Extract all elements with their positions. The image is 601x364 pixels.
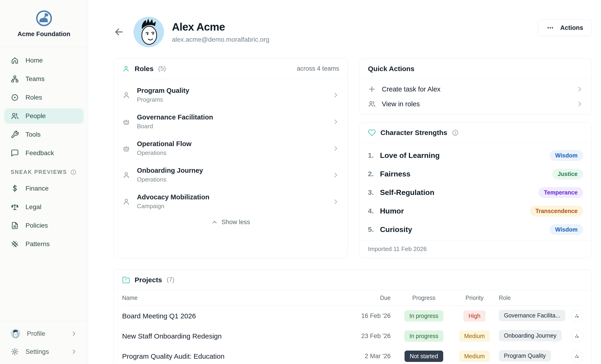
sidebar-item-label: Home <box>25 57 43 64</box>
sidebar-item-label: Feedback <box>25 149 54 157</box>
projects-header: Projects (7) <box>114 270 591 290</box>
projects-table-header: Name Due Progress Priority Role <box>122 290 583 306</box>
acme-foundation-logo-icon <box>35 9 53 27</box>
sidebar-item-patterns[interactable]: Patterns <box>4 236 84 252</box>
sidebar-item-label: Legal <box>25 203 41 211</box>
wrench-icon <box>11 130 19 139</box>
page-title: Alex Acme <box>172 21 270 33</box>
projects-count: (7) <box>167 276 174 283</box>
folder-icon <box>122 276 130 284</box>
role-item[interactable]: Governance FacilitationBoard <box>122 108 339 135</box>
dots-icon <box>573 353 580 360</box>
sidebar-item-people[interactable]: People <box>4 108 84 124</box>
role-item[interactable]: Operational FlowOperations <box>122 135 339 162</box>
ellipsis-icon <box>546 24 554 32</box>
sidebar-item-label: Policies <box>25 222 48 229</box>
view-in-roles-action[interactable]: View in roles <box>368 97 583 111</box>
sidebar-item-home[interactable]: Home <box>4 53 84 68</box>
sidebar-item-feedback[interactable]: Feedback <box>4 145 84 161</box>
projects-card: Projects (7) Name Due Progress Priority … <box>113 270 592 364</box>
table-row[interactable]: New Staff Onboarding Redesign 23 Feb '26… <box>122 326 583 346</box>
roles-card-header: Roles (5) across 4 teams <box>114 59 348 79</box>
virtue-badge: Temperance <box>539 187 583 198</box>
sidebar-item-tools[interactable]: Tools <box>4 127 84 142</box>
user-email: alex.acme@demo.moralfabric.org <box>172 36 270 43</box>
role-item[interactable]: Onboarding JourneyOperations <box>122 162 339 188</box>
sidebar-item-label: Settings <box>25 348 49 355</box>
quick-actions-card: Quick Actions Create task for Alex View … <box>359 58 592 114</box>
column-header-name: Name <box>122 295 356 301</box>
chevron-right-icon <box>332 145 339 152</box>
avatar <box>133 17 164 47</box>
sidebar-nav: Home Teams Roles People Tools Feedback S… <box>0 47 88 255</box>
dots-icon <box>573 313 580 320</box>
person-icon <box>122 91 130 99</box>
sidebar-item-policies[interactable]: Policies <box>4 218 84 233</box>
org-chart-icon <box>11 75 19 83</box>
table-row[interactable]: Program Quality Audit: Education 2 Mar '… <box>122 346 583 364</box>
sidebar-item-label: People <box>25 112 46 120</box>
chevron-right-icon <box>332 198 339 205</box>
person-icon <box>122 171 130 179</box>
crown-icon <box>122 144 130 153</box>
progress-chip: In progress <box>404 310 443 322</box>
sneak-previews-section-label: SNEAK PREVIEWS <box>4 169 84 175</box>
projects-table: Name Due Progress Priority Role Board Me… <box>114 290 591 364</box>
sidebar-item-legal[interactable]: Legal <box>4 199 84 215</box>
sidebar-item-label: Finance <box>25 185 49 192</box>
crown-icon <box>122 118 130 126</box>
row-role-action-button[interactable] <box>571 350 583 363</box>
strength-row: 2. Fairness Justice <box>368 165 583 183</box>
info-icon[interactable] <box>70 169 76 175</box>
virtue-badge: Justice <box>552 168 583 179</box>
sidebar-item-roles[interactable]: Roles <box>4 90 84 105</box>
character-strengths-card: Character Strengths 1. Love of Learning … <box>359 122 592 258</box>
scales-icon <box>11 203 19 211</box>
person-icon <box>122 65 130 73</box>
back-button[interactable] <box>113 27 124 37</box>
document-icon <box>11 221 19 230</box>
column-header-progress: Progress <box>397 295 451 301</box>
profile-header: Alex Acme alex.acme@demo.moralfabric.org… <box>113 17 592 47</box>
column-header-due: Due <box>356 295 391 301</box>
progress-chip: In progress <box>404 330 443 342</box>
show-less-button[interactable]: Show less <box>114 215 348 230</box>
virtue-badge: Wisdom <box>550 150 583 161</box>
info-icon[interactable] <box>452 129 459 136</box>
plus-icon <box>368 85 376 93</box>
row-role-action-button[interactable] <box>571 330 583 343</box>
dollar-icon <box>11 184 19 193</box>
priority-chip: High <box>463 310 485 322</box>
heart-icon <box>368 129 376 137</box>
main-content: Alex Acme alex.acme@demo.moralfabric.org… <box>88 0 601 364</box>
chevron-right-icon <box>332 92 339 99</box>
person-icon <box>122 197 130 206</box>
column-header-role: Role <box>499 295 568 301</box>
role-item[interactable]: Program QualityPrograms <box>122 82 339 108</box>
chevron-right-icon <box>71 348 77 355</box>
role-chip: Governance Facilita... <box>499 310 565 321</box>
sidebar-item-teams[interactable]: Teams <box>4 71 84 87</box>
roles-card: Roles (5) across 4 teams Program Quality… <box>113 58 348 258</box>
gear-icon <box>11 348 19 356</box>
virtue-badge: Wisdom <box>550 224 583 235</box>
sidebar-item-label: Profile <box>27 330 45 337</box>
create-task-action[interactable]: Create task for Alex <box>368 82 583 97</box>
actions-button[interactable]: Actions <box>538 20 592 36</box>
sidebar-item-finance[interactable]: Finance <box>4 181 84 196</box>
sidebar-footer: Profile Settings <box>0 321 88 364</box>
chevron-right-icon <box>71 330 77 337</box>
virtue-badge: Transcendence <box>530 206 583 216</box>
dots-icon <box>573 333 580 340</box>
profile-avatar <box>11 329 20 339</box>
quick-actions-header: Quick Actions <box>360 59 591 79</box>
row-role-action-button[interactable] <box>571 310 583 322</box>
chevron-right-icon <box>332 118 339 125</box>
strength-row: 5. Curiosity Wisdom <box>368 220 583 239</box>
target-icon <box>11 93 19 102</box>
sidebar-item-profile[interactable]: Profile <box>4 326 84 341</box>
role-chip: Program Quality <box>499 350 551 362</box>
table-row[interactable]: Board Meeting Q1 2026 16 Feb '26 In prog… <box>122 306 583 326</box>
role-item[interactable]: Advocacy MobilizationCampaign <box>122 188 339 215</box>
sidebar-item-settings[interactable]: Settings <box>4 344 84 359</box>
